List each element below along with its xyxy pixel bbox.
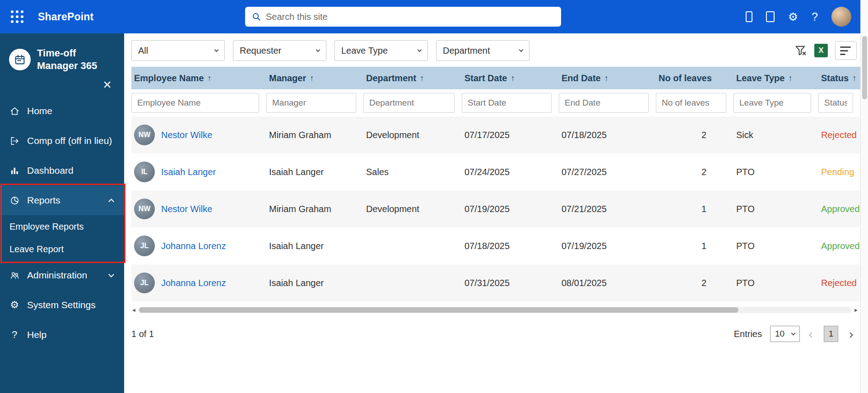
avatar: NW — [134, 199, 155, 219]
cell-start-date: 07/19/2025 — [462, 204, 559, 214]
app-launcher-icon[interactable] — [8, 8, 26, 26]
cell-no-of-leaves: 2 — [656, 130, 733, 140]
sort-asc-icon: ↑ — [208, 74, 212, 83]
sidebar-nav: Home Comp off (off in lieu) — [0, 96, 124, 350]
table-row: ILIsaiah Langer Isaiah Langer Sales 07/2… — [131, 153, 860, 190]
search-input[interactable] — [266, 12, 555, 22]
filter-toolbar: All Requester Leave Type Department — [131, 40, 860, 61]
filter-dropdown-leave-type[interactable]: Leave Type — [334, 40, 428, 61]
cell-no-of-leaves: 2 — [656, 278, 733, 288]
sort-asc-icon: ↑ — [604, 74, 608, 83]
sidebar-item-help[interactable]: ? Help — [0, 320, 124, 350]
filter-dropdown-department[interactable]: Department — [436, 40, 529, 61]
chevron-up-icon — [108, 199, 114, 204]
filter-input-manager[interactable] — [266, 93, 356, 113]
view-options-button[interactable] — [835, 41, 857, 60]
calendar-logo-icon — [9, 49, 31, 70]
scroll-right-icon[interactable]: ► — [854, 307, 859, 313]
sort-asc-icon: ↑ — [511, 74, 515, 83]
column-header-employee-name[interactable]: Employee Name↑ — [131, 73, 266, 83]
sidebar-item-administration[interactable]: Administration — [0, 260, 124, 290]
cell-department: Sales — [363, 167, 462, 177]
sidebar-item-dashboard[interactable]: Dashboard — [0, 156, 124, 185]
chevron-down-icon — [519, 47, 524, 52]
settings-gear-icon[interactable]: ⚙ — [788, 11, 798, 23]
avatar: JL — [134, 236, 155, 256]
excel-export-icon[interactable]: X — [814, 44, 828, 57]
horizontal-scroll-track[interactable] — [138, 307, 852, 313]
employee-link[interactable]: Nestor Wilke — [161, 130, 212, 140]
previous-page-button[interactable] — [808, 327, 816, 341]
sidebar-item-reports[interactable]: Reports — [0, 185, 124, 215]
cell-start-date: 07/17/2025 — [462, 130, 559, 140]
cell-department: Development — [363, 130, 462, 140]
help-icon[interactable]: ? — [812, 11, 818, 23]
table-body: NWNestor Wilke Miriam Graham Development… — [131, 116, 860, 301]
sidebar-item-employee-reports[interactable]: Employee Reports — [0, 215, 124, 238]
column-header-manager[interactable]: Manager↑ — [266, 73, 363, 83]
filter-input-department[interactable] — [363, 93, 455, 113]
close-icon[interactable]: × — [103, 77, 111, 92]
column-header-no-of-leaves[interactable]: No of leaves — [656, 73, 733, 83]
sort-asc-icon: ↑ — [310, 74, 314, 83]
cell-manager: Isaiah Langer — [266, 278, 363, 288]
vertical-scroll-thumb[interactable] — [862, 36, 867, 99]
vertical-scrollbar[interactable] — [860, 0, 868, 393]
cell-manager: Isaiah Langer — [266, 241, 363, 251]
entries-per-page-select[interactable]: 10 — [770, 326, 800, 342]
filter-input-start-date[interactable] — [462, 93, 552, 113]
column-header-leave-type[interactable]: Leave Type↑ — [733, 73, 818, 83]
cell-manager: Isaiah Langer — [266, 167, 363, 177]
account-avatar[interactable] — [831, 7, 851, 27]
cell-leave-type: PTO — [733, 278, 818, 288]
column-header-start-date[interactable]: Start Date↑ — [462, 73, 559, 83]
filter-input-end-date[interactable] — [559, 93, 649, 113]
home-icon — [9, 106, 20, 116]
current-page-button[interactable]: 1 — [824, 326, 838, 342]
column-header-status[interactable]: Status↑ — [818, 73, 860, 83]
filter-input-employee-name[interactable] — [131, 93, 259, 113]
filter-dropdown-all[interactable]: All — [131, 40, 225, 61]
chevron-down-icon — [316, 47, 320, 52]
search-icon — [251, 12, 261, 22]
brand-title[interactable]: SharePoint — [38, 11, 93, 23]
question-icon: ? — [9, 329, 20, 340]
suite-header-actions: ⚙ ? — [746, 7, 860, 27]
filter-input-leave-type[interactable] — [733, 93, 811, 113]
filter-dropdown-requester[interactable]: Requester — [233, 40, 326, 61]
sort-asc-icon: ↑ — [852, 74, 856, 83]
record-count: 1 of 1 — [131, 329, 154, 339]
avatar: JL — [134, 273, 155, 293]
status-badge: Rejected — [818, 130, 860, 140]
sidebar-item-home[interactable]: Home — [0, 96, 124, 126]
page-body: Time-off Manager 365 × Home — [0, 33, 860, 393]
next-page-button[interactable] — [846, 327, 854, 341]
sidebar-item-leave-report[interactable]: Leave Report — [0, 238, 124, 260]
clear-filter-icon[interactable] — [794, 44, 807, 57]
tablet-icon[interactable] — [766, 11, 775, 22]
employee-link[interactable]: Johanna Lorenz — [161, 278, 226, 288]
cell-end-date: 07/18/2025 — [559, 130, 656, 140]
sidebar: Time-off Manager 365 × Home — [0, 33, 124, 393]
status-badge: Approved — [818, 241, 860, 251]
employee-link[interactable]: Nestor Wilke — [161, 204, 212, 214]
pagination: Entries 10 1 — [734, 326, 854, 342]
sidebar-item-comp-off[interactable]: Comp off (off in lieu) — [0, 126, 124, 156]
table-footer: 1 of 1 Entries 10 1 — [131, 326, 860, 342]
employee-link[interactable]: Johanna Lorenz — [161, 241, 226, 251]
table-row: NWNestor Wilke Miriam Graham Development… — [131, 116, 860, 153]
filter-input-no-of-leaves[interactable] — [656, 93, 726, 113]
mobile-icon[interactable] — [746, 11, 752, 22]
cell-no-of-leaves: 1 — [656, 204, 733, 214]
chevron-down-icon — [418, 47, 422, 52]
horizontal-scroll-thumb[interactable] — [139, 307, 738, 313]
column-header-department[interactable]: Department↑ — [363, 73, 462, 83]
employee-link[interactable]: Isaiah Langer — [161, 167, 216, 177]
avatar: NW — [134, 125, 155, 145]
status-badge: Pending — [818, 167, 860, 177]
column-header-end-date[interactable]: End Date↑ — [559, 73, 656, 83]
filter-input-status[interactable] — [818, 93, 853, 113]
sidebar-item-system-settings[interactable]: ⚙ System Settings — [0, 290, 124, 320]
sort-asc-icon: ↑ — [420, 74, 424, 83]
scroll-left-icon[interactable]: ◄ — [131, 307, 136, 313]
